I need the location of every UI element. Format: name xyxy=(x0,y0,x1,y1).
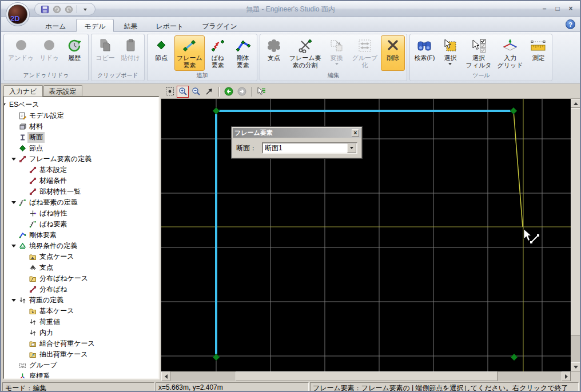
fit-view-button[interactable] xyxy=(164,86,176,98)
ribbon-button-input-grid[interactable]: 入力 グリッド xyxy=(495,35,525,71)
cursor-segment-endpoint xyxy=(537,234,539,237)
pick-element-button[interactable] xyxy=(255,86,267,98)
ribbon-button-measure[interactable]: 測定 xyxy=(526,35,550,71)
tree-item-rigid-element[interactable]: 剛体要素 xyxy=(4,230,158,241)
expander-icon[interactable] xyxy=(3,103,6,106)
application-button[interactable]: 2D xyxy=(6,2,30,26)
scroll-down-button[interactable] xyxy=(571,362,580,371)
ribbon-button-undo[interactable]: アンドゥ xyxy=(6,35,36,71)
tree-item-internal-force[interactable]: 内力 xyxy=(4,327,158,338)
transform-icon xyxy=(328,37,345,54)
ribbon-button-add-frame-element[interactable]: フレーム 要素 xyxy=(174,35,205,71)
node-marker[interactable] xyxy=(511,354,518,361)
tree-item-spring-properties[interactable]: ばね特性 xyxy=(4,208,158,219)
tree-item-model-settings[interactable]: モデル設定 xyxy=(4,110,158,121)
ribbon-button-add-rigid-element[interactable]: 剛体 要素 xyxy=(231,35,255,71)
ribbon-group-label: 編集 xyxy=(260,71,407,81)
ribbon-button-select-filter[interactable]: 選択 フィルタ xyxy=(463,35,494,71)
node-marker[interactable] xyxy=(510,107,517,114)
select-filter-icon xyxy=(470,37,487,54)
ribbon-button-add-node[interactable]: 節点 xyxy=(149,35,173,71)
tree-item-section[interactable]: 断面 xyxy=(4,132,158,143)
tree-item-label: 節点 xyxy=(27,143,45,154)
help-button[interactable]: ? xyxy=(566,19,575,29)
dialog-titlebar[interactable]: フレーム要素 × xyxy=(233,128,361,138)
section-combobox[interactable]: 断面1 xyxy=(262,142,357,154)
undo-quick-button[interactable] xyxy=(51,4,62,14)
expander-icon[interactable] xyxy=(11,201,16,204)
scroll-right-button[interactable] xyxy=(562,371,571,381)
ribbon-button-split-frame-element[interactable]: フレーム要 素の分割 xyxy=(287,35,324,71)
tree-item-extracted-load-case[interactable]: 抽出荷重ケース xyxy=(4,349,158,360)
ribbon-button-search[interactable]: 検索(F) xyxy=(412,35,437,71)
redo-quick-button[interactable] xyxy=(63,4,74,14)
ribbon-button-paste[interactable]: 貼付け xyxy=(118,35,142,71)
tree-item-distributed-spring[interactable]: 分布ばね xyxy=(4,284,158,295)
ribbon-button-delete[interactable]: 削除 xyxy=(381,35,405,71)
ribbon-button-history[interactable]: 履歴 xyxy=(62,35,86,71)
panel-tab-input-navi[interactable]: 入力ナビ xyxy=(3,85,43,97)
minimize-button[interactable]: – xyxy=(540,4,549,13)
tab-report[interactable]: レポート xyxy=(147,19,192,32)
tree-item-spring-element-def[interactable]: ばね要素の定義 xyxy=(4,197,158,208)
tree-item-label: 座標系 xyxy=(27,371,51,379)
model-canvas[interactable] xyxy=(161,99,571,371)
expander-icon[interactable] xyxy=(11,299,16,302)
ribbon-button-select[interactable]: 選択 xyxy=(438,35,462,71)
vertical-scroll-thumb[interactable] xyxy=(571,108,580,335)
close-button[interactable]: × xyxy=(566,4,575,13)
tab-plugin[interactable]: プラグイン xyxy=(193,19,245,32)
tree-item-frame-element-def[interactable]: フレーム要素の定義 xyxy=(4,154,158,165)
tree-item-combined-load-case[interactable]: 組合せ荷重ケース xyxy=(4,338,158,349)
titlebar[interactable]: 無題 - Engineer's Studio 面内 xyxy=(1,1,580,17)
ribbon-button-add-spring-element[interactable]: ばね 要素 xyxy=(206,35,230,71)
pan-button[interactable] xyxy=(203,86,215,98)
qat-customize-button[interactable] xyxy=(80,4,90,14)
tree-item-basic-case[interactable]: 基本ケース xyxy=(4,306,158,317)
tree-item-spring-element[interactable]: ばね要素 xyxy=(4,219,158,230)
ribbon-button-transform[interactable]: 変換 xyxy=(325,35,349,71)
tab-model[interactable]: モデル xyxy=(76,19,114,32)
tree-item-coordinate-system[interactable]: 座標系 xyxy=(4,371,158,379)
combobox-dropdown-button[interactable] xyxy=(347,143,356,153)
tree-item-group[interactable]: グループ xyxy=(4,360,158,371)
folder-support-icon xyxy=(28,253,38,261)
tree-item-boundary-condition-def[interactable]: 境界条件の定義 xyxy=(4,241,158,251)
scroll-up-button[interactable] xyxy=(571,99,580,108)
tree-item-support-item[interactable]: 支点 xyxy=(4,262,158,273)
vertical-scrollbar[interactable] xyxy=(571,99,580,371)
save-button[interactable] xyxy=(39,4,50,14)
ribbon-group-label: クリップボード xyxy=(91,71,144,81)
chevron-down-icon xyxy=(335,63,339,65)
expander-icon[interactable] xyxy=(11,158,16,161)
tree-item-es-base[interactable]: ESベース xyxy=(4,99,158,110)
view-forward-button[interactable] xyxy=(236,86,248,98)
tab-home[interactable]: ホーム xyxy=(37,19,75,32)
expander-icon[interactable] xyxy=(11,245,16,247)
tab-result[interactable]: 結果 xyxy=(115,19,146,32)
tree-item-node[interactable]: 節点 xyxy=(4,143,158,154)
maximize-button[interactable]: □ xyxy=(553,4,562,13)
ribbon-button-redo[interactable]: リドゥ xyxy=(37,35,61,71)
node-marker[interactable] xyxy=(213,354,220,361)
tree-item-material[interactable]: 材料 xyxy=(4,121,158,132)
node-marker[interactable] xyxy=(213,107,220,114)
zoom-in-button[interactable] xyxy=(177,86,189,98)
ribbon-button-support[interactable]: 支点 xyxy=(262,35,286,71)
view-back-button[interactable] xyxy=(222,86,234,98)
tree-item-basic-settings[interactable]: 基本設定 xyxy=(4,165,158,175)
zoom-out-button[interactable] xyxy=(190,86,202,98)
tree-item-member-property-list[interactable]: 部材特性一覧 xyxy=(4,186,158,197)
scroll-left-button[interactable] xyxy=(161,371,170,381)
horizontal-scroll-thumb[interactable] xyxy=(236,371,498,381)
panel-tab-display-settings[interactable]: 表示設定 xyxy=(43,85,82,96)
tree-item-distributed-spring-case[interactable]: 分布ばねケース xyxy=(4,273,158,284)
ribbon-button-copy[interactable]: コピー xyxy=(93,35,117,71)
tree-item-load-values[interactable]: 荷重値 xyxy=(4,317,158,327)
dialog-close-button[interactable]: × xyxy=(352,129,359,137)
tree-item-support-case[interactable]: 支点ケース xyxy=(4,251,158,262)
tree-item-member-end-conditions[interactable]: 材端条件 xyxy=(4,175,158,186)
horizontal-scrollbar[interactable] xyxy=(161,371,571,381)
ribbon-button-grouping[interactable]: グループ 化 xyxy=(350,35,380,71)
tree-item-load-def[interactable]: 荷重の定義 xyxy=(4,295,158,306)
